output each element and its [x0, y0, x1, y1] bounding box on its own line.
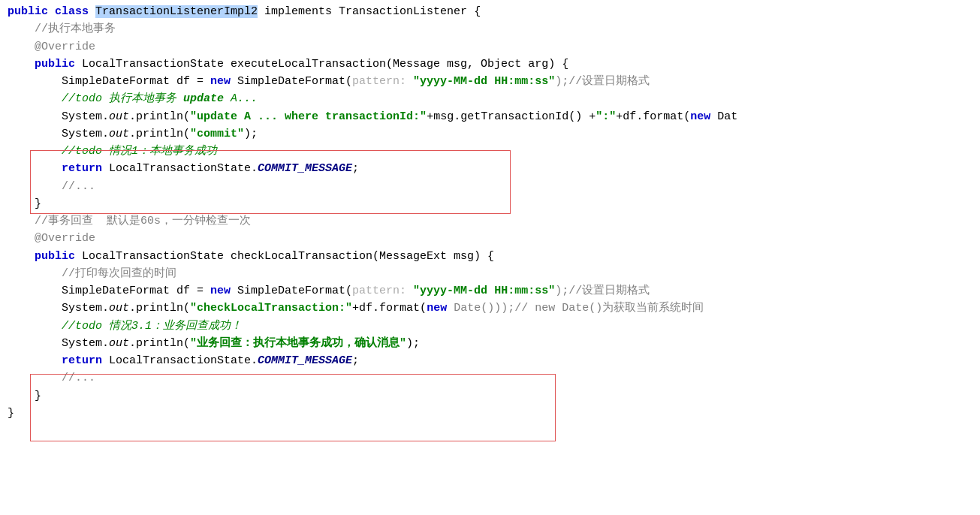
line-text: //todo 执行本地事务 update A... [0, 90, 980, 107]
line-text: public class TransactionListenerImpl2 im… [0, 3, 980, 20]
code-line: } [0, 387, 980, 405]
line-text: public LocalTransactionState executeLoca… [0, 56, 980, 73]
line-text: System.out.println("checkLocalTransactio… [0, 300, 980, 317]
line-text: //打印每次回查的时间 [0, 265, 980, 282]
line-text: } [0, 387, 980, 405]
line-text: return LocalTransactionState.COMMIT_MESS… [0, 160, 980, 177]
line-text: @Override [0, 230, 980, 247]
line-text: //... [0, 178, 980, 195]
line-text: System.out.println("业务回查：执行本地事务成功，确认消息")… [0, 335, 980, 352]
line-text: } [0, 405, 980, 422]
line-text: //... [0, 369, 980, 387]
code-line: @Override [0, 38, 980, 56]
line-text: } [0, 195, 980, 212]
code-line: System.out.println("update A ... where t… [0, 108, 980, 125]
code-line: return LocalTransactionState.COMMIT_MESS… [0, 160, 980, 177]
code-line: //事务回查 默认是60s，一分钟检查一次 [0, 212, 980, 230]
code-editor: public class TransactionListenerImpl2 im… [0, 0, 980, 515]
code-line: SimpleDateFormat df = new SimpleDateForm… [0, 282, 980, 300]
code-line: public LocalTransactionState executeLoca… [0, 56, 980, 73]
code-line: //todo 执行本地事务 update A... [0, 90, 980, 107]
code-line: System.out.println("业务回查：执行本地事务成功，确认消息")… [0, 335, 980, 352]
code-line: //todo 情况1：本地事务成功 [0, 143, 980, 160]
line-text: System.out.println("commit"); [0, 125, 980, 143]
code-line: //打印每次回查的时间 [0, 265, 980, 282]
code-line: public class TransactionListenerImpl2 im… [0, 3, 980, 20]
line-text: //todo 情况3.1：业务回查成功！ [0, 318, 980, 335]
code-line: } [0, 405, 980, 422]
code-line: System.out.println("commit"); [0, 125, 980, 143]
code-lines: public class TransactionListenerImpl2 im… [0, 3, 980, 422]
line-text: //事务回查 默认是60s，一分钟检查一次 [0, 212, 980, 230]
code-line: @Override [0, 230, 980, 247]
code-line: } [0, 195, 980, 212]
line-text: public LocalTransactionState checkLocalT… [0, 248, 980, 265]
line-text: SimpleDateFormat df = new SimpleDateForm… [0, 282, 980, 300]
line-text: @Override [0, 38, 980, 56]
code-line: SimpleDateFormat df = new SimpleDateForm… [0, 73, 980, 90]
line-text: SimpleDateFormat df = new SimpleDateForm… [0, 73, 980, 90]
line-text: return LocalTransactionState.COMMIT_MESS… [0, 352, 980, 369]
code-line: //todo 情况3.1：业务回查成功！ [0, 318, 980, 335]
code-line: //... [0, 369, 980, 387]
line-text: //todo 情况1：本地事务成功 [0, 143, 980, 160]
line-text: System.out.println("update A ... where t… [0, 108, 980, 125]
code-line: System.out.println("checkLocalTransactio… [0, 300, 980, 317]
line-text: //执行本地事务 [0, 20, 980, 38]
code-line: //... [0, 178, 980, 195]
code-line: public LocalTransactionState checkLocalT… [0, 248, 980, 265]
code-line: //执行本地事务 [0, 20, 980, 38]
code-line: return LocalTransactionState.COMMIT_MESS… [0, 352, 980, 369]
